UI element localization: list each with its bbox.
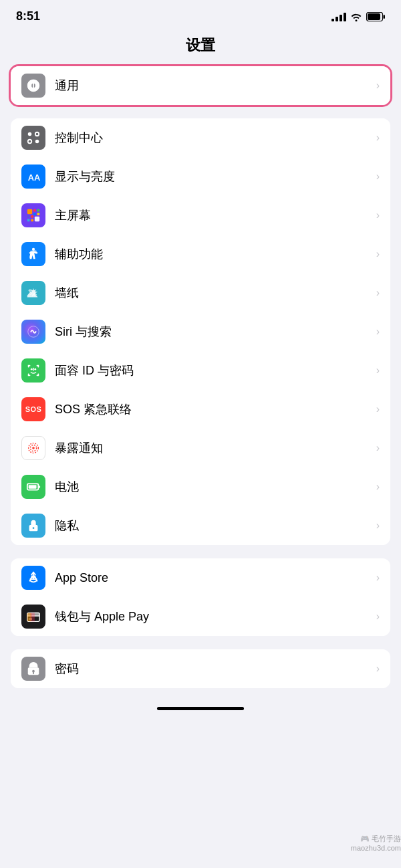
wallet-chevron: › [376, 611, 380, 623]
settings-row-control-center[interactable]: 控制中心 › [11, 118, 390, 157]
section-passwords: 密码 › [11, 649, 390, 688]
svg-rect-11 [37, 209, 40, 212]
settings-row-exposure[interactable]: 暴露通知 › [11, 429, 390, 467]
settings-row-display[interactable]: AA 显示与亮度 › [11, 157, 390, 196]
wallet-label: 钱包与 Apple Pay [55, 609, 371, 625]
display-chevron: › [376, 171, 380, 183]
section-store: App Store › 钱包与 Apple Pay › [11, 558, 390, 636]
siri-icon [21, 320, 45, 344]
svg-rect-2 [368, 13, 380, 20]
accessibility-icon [21, 242, 45, 266]
battery-label: 电池 [55, 479, 371, 495]
passwords-chevron: › [376, 663, 380, 675]
privacy-icon [21, 514, 45, 538]
siri-label: Siri 与搜索 [55, 324, 371, 340]
passwords-label: 密码 [55, 661, 371, 677]
watermark: 🎮 毛竹手游maozhu3d.com [351, 834, 401, 852]
home-label: 主屏幕 [55, 207, 371, 223]
control-center-icon [21, 126, 45, 150]
signal-icon [331, 12, 346, 21]
sos-icon: SOS [21, 397, 45, 421]
svg-point-33 [33, 527, 35, 529]
settings-row-battery[interactable]: 电池 › [11, 467, 390, 506]
control-center-label: 控制中心 [55, 130, 371, 146]
settings-row-home[interactable]: 主屏幕 › [11, 196, 390, 235]
home-chevron: › [376, 209, 380, 221]
settings-row-wallpaper[interactable]: 墙纸 › [11, 274, 390, 312]
status-icons [331, 12, 385, 21]
wallpaper-label: 墙纸 [55, 285, 371, 301]
svg-rect-15 [31, 215, 33, 218]
exposure-label: 暴露通知 [55, 440, 371, 456]
appstore-icon [21, 566, 45, 590]
general-chevron: › [376, 80, 380, 92]
settings-row-wallet[interactable]: 钱包与 Apple Pay › [11, 597, 390, 636]
general-label: 通用 [55, 78, 371, 94]
faceid-icon [21, 358, 45, 383]
section-display: 控制中心 › AA 显示与亮度 › [11, 118, 390, 545]
battery-settings-icon [21, 475, 45, 499]
exposure-icon [21, 436, 45, 460]
svg-rect-12 [33, 213, 36, 215]
wallpaper-icon [21, 281, 45, 305]
settings-row-privacy[interactable]: 隐私 › [11, 506, 390, 545]
settings-row-sos[interactable]: SOS SOS 紧急联络 › [11, 390, 390, 429]
privacy-chevron: › [376, 520, 380, 532]
sos-label: SOS 紧急联络 [55, 401, 371, 417]
svg-point-3 [28, 132, 32, 136]
sos-chevron: › [376, 403, 380, 415]
settings-row-siri[interactable]: Siri 与搜索 › [11, 312, 390, 351]
svg-rect-16 [27, 219, 30, 222]
svg-rect-17 [31, 219, 33, 222]
svg-point-6 [35, 140, 39, 144]
svg-rect-10 [33, 209, 36, 212]
appstore-label: App Store [55, 571, 371, 585]
svg-rect-30 [39, 485, 40, 488]
svg-rect-1 [384, 15, 386, 19]
svg-point-20 [32, 248, 35, 251]
svg-text:AA: AA [28, 173, 41, 183]
settings-row-faceid[interactable]: 面容 ID 与密码 › [11, 351, 390, 390]
wallet-icon [21, 605, 45, 629]
accessibility-chevron: › [376, 248, 380, 260]
svg-rect-13 [37, 213, 40, 215]
passwords-icon [21, 657, 45, 681]
svg-rect-18 [35, 217, 39, 221]
svg-point-24 [34, 368, 36, 370]
settings-row-general[interactable]: 通用 › [11, 66, 390, 105]
svg-rect-14 [27, 215, 30, 218]
faceid-label: 面容 ID 与密码 [55, 362, 371, 378]
status-bar: 8:51 [0, 0, 401, 30]
display-label: 显示与亮度 [55, 169, 371, 185]
svg-point-5 [28, 140, 32, 144]
home-screen-icon [21, 203, 45, 227]
siri-chevron: › [376, 326, 380, 338]
svg-point-23 [31, 368, 33, 370]
battery-chevron: › [376, 481, 380, 493]
settings-row-accessibility[interactable]: 辅助功能 › [11, 235, 390, 274]
appstore-chevron: › [376, 572, 380, 584]
faceid-chevron: › [376, 364, 380, 376]
status-time: 8:51 [16, 9, 40, 23]
settings-row-passwords[interactable]: 密码 › [11, 649, 390, 688]
privacy-label: 隐私 [55, 518, 371, 534]
svg-point-4 [35, 132, 39, 136]
svg-rect-31 [29, 485, 37, 489]
home-indicator [157, 707, 244, 710]
wifi-icon [350, 12, 362, 21]
general-icon [21, 74, 45, 98]
svg-rect-9 [27, 209, 32, 214]
svg-point-26 [32, 447, 35, 449]
control-center-chevron: › [376, 132, 380, 144]
page-title: 设置 [0, 30, 401, 66]
accessibility-label: 辅助功能 [55, 246, 371, 262]
exposure-chevron: › [376, 442, 380, 454]
settings-row-appstore[interactable]: App Store › [11, 558, 390, 597]
section-general: 通用 › [11, 66, 390, 105]
display-icon: AA [21, 165, 45, 189]
svg-rect-40 [30, 613, 34, 622]
home-indicator-area [0, 701, 401, 718]
svg-point-21 [29, 290, 31, 292]
wallpaper-chevron: › [376, 287, 380, 299]
battery-icon [366, 12, 385, 21]
